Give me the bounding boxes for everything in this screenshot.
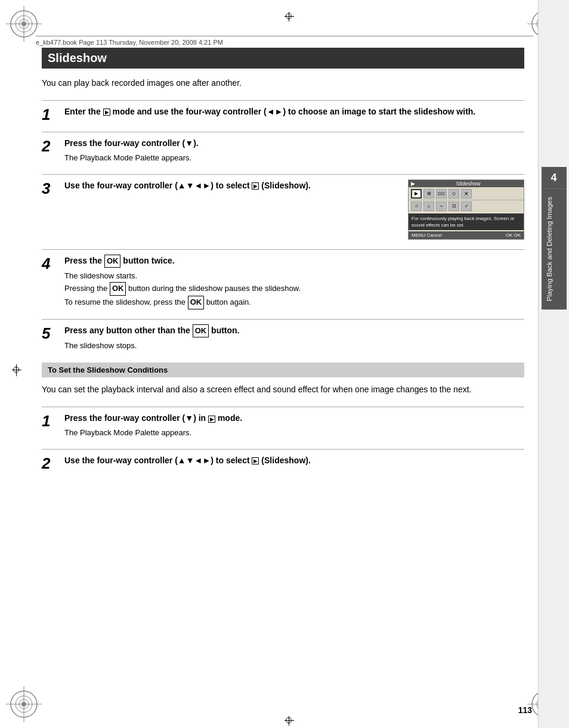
section-header: To Set the Slideshow Conditions: [42, 363, 524, 377]
ok-label-3: OK: [188, 296, 205, 309]
step-1: 1 Enter the ▶ mode and use the four-way …: [42, 100, 524, 122]
step-2: 2 Press the four-way controller (▼). The…: [42, 132, 524, 165]
camera-screen: ▶ Slideshow ▶ ⊞ ⊡⊡ ◇ ✕ ☆ ○ ~: [408, 179, 524, 240]
ok-label-2: OK: [110, 282, 126, 296]
section-step-2: 2 Use the four-way controller (▲▼◄►) to …: [42, 449, 524, 471]
step-5-title: Press any button other than the OK butto…: [64, 324, 524, 337]
cam-icon-6: ☆: [411, 202, 422, 211]
step-1-title: Enter the ▶ mode and use the four-way co…: [64, 106, 524, 118]
section-step-1-title: Press the four-way controller (▼) in ▶ m…: [64, 412, 524, 425]
step-2-body: The Playback Mode Palette appears.: [64, 152, 524, 165]
sidebar-chapter-label: Playing Back and Deleting Images: [542, 188, 567, 309]
step-3-inner: Use the four-way controller (▲▼◄►) to se…: [64, 179, 524, 240]
section-step-1-content: Press the four-way controller (▼) in ▶ m…: [64, 412, 524, 439]
cam-title-center: Slideshow: [456, 181, 480, 187]
cam-icon-8: ~: [436, 202, 447, 211]
corner-decoration-bl: [6, 686, 42, 722]
cam-icon-5: ✕: [461, 189, 472, 199]
section-step-2-number: 2: [42, 456, 64, 471]
cam-icon-7: ○: [423, 202, 434, 211]
cam-icon-2: ⊞: [423, 189, 434, 199]
playback-icon-2: ▶: [208, 416, 215, 423]
step-4-body: The slideshow starts. Pressing the OK bu…: [64, 270, 524, 309]
cam-icon-1: ▶: [411, 189, 422, 199]
cam-footer: MENU Cancel OK OK: [409, 231, 524, 239]
cam-icons-row1: ▶ ⊞ ⊡⊡ ◇ ✕: [409, 187, 524, 200]
step-4: 4 Press the OK button twice. The slidesh…: [42, 249, 524, 309]
cam-icon-4: ◇: [449, 189, 459, 199]
step-5-content: Press any button other than the OK butto…: [64, 324, 524, 352]
slideshow-icon-2: ▶: [252, 457, 259, 464]
svg-point-8: [21, 21, 26, 26]
step-5: 5 Press any button other than the OK but…: [42, 319, 524, 352]
cam-icon-10: ✓: [461, 202, 472, 211]
intro-text: You can play back recorded images one af…: [42, 77, 524, 89]
header-file-info: e_kb477.book Page 113 Thursday, November…: [36, 39, 223, 46]
playback-mode-icon: ▶: [103, 109, 110, 116]
cam-icons-row2: ☆ ○ ~ ⊡ ✓: [409, 200, 524, 212]
cam-footer-left: MENU Cancel: [412, 233, 442, 238]
chapter-number: 4: [542, 167, 567, 188]
cam-icon-9: ⊡: [449, 202, 459, 211]
step-4-content: Press the OK button twice. The slideshow…: [64, 255, 524, 309]
section-step-1-body: The Playback Mode Palette appears.: [64, 427, 524, 439]
cam-title-left: ▶: [411, 181, 415, 187]
header-bar: e_kb477.book Page 113 Thursday, November…: [36, 36, 533, 46]
step-4-title: Press the OK button twice.: [64, 255, 524, 268]
step-2-title: Press the four-way controller (▼).: [64, 137, 524, 150]
step-2-content: Press the four-way controller (▼). The P…: [64, 137, 524, 165]
page-title: Slideshow: [42, 48, 524, 69]
section-step-2-content: Use the four-way controller (▲▼◄►) to se…: [64, 454, 524, 471]
step-3-content: Use the four-way controller (▲▼◄►) to se…: [64, 179, 524, 240]
section-intro: You can set the playback interval and al…: [42, 383, 524, 396]
step-1-content: Enter the ▶ mode and use the four-way co…: [64, 106, 524, 122]
right-sidebar: 4 Playing Back and Deleting Images: [538, 0, 569, 728]
section-step-2-title: Use the four-way controller (▲▼◄►) to se…: [64, 454, 524, 467]
step-3: 3 Use the four-way controller (▲▼◄►) to …: [42, 174, 524, 240]
cam-desc: For continuously playing back images. Sc…: [409, 213, 524, 230]
step-4-number: 4: [42, 256, 64, 309]
ok-label-1: OK: [104, 255, 121, 268]
ok-label-4: OK: [193, 324, 209, 337]
main-content: Slideshow You can play back recorded ima…: [42, 48, 524, 704]
step-5-number: 5: [42, 326, 64, 352]
cam-titlebar: ▶ Slideshow: [409, 180, 524, 187]
step-3-text: Use the four-way controller (▲▼◄►) to se…: [64, 179, 401, 194]
section-step-1: 1 Press the four-way controller (▼) in ▶…: [42, 407, 524, 439]
cam-footer-right: OK OK: [506, 233, 521, 238]
cam-icon-3: ⊡⊡: [436, 189, 447, 199]
step-3-title: Use the four-way controller (▲▼◄►) to se…: [64, 179, 401, 192]
step-3-number: 3: [42, 181, 64, 240]
svg-point-20: [21, 702, 26, 707]
page-number: 113: [518, 705, 532, 715]
step-5-body: The slideshow stops.: [64, 340, 524, 352]
slideshow-icon: ▶: [252, 182, 259, 190]
section-step-1-number: 1: [42, 413, 64, 439]
step-2-number: 2: [42, 138, 64, 165]
step-1-number: 1: [42, 107, 64, 122]
